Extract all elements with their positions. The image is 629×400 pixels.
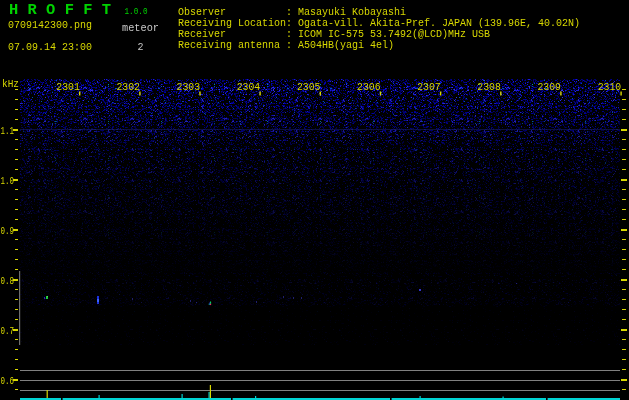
svg-text:2304: 2304 [237,81,261,93]
svg-text:0.9: 0.9 [1,225,15,237]
svg-text:Receiver : ICOM IC-57: Receiver : ICOM IC-575 53.7492(@LCD)MHz … [178,28,490,40]
svg-text:0.8: 0.8 [1,275,15,287]
svg-text:1.0.0: 1.0.0 [125,6,148,17]
svg-text:2305: 2305 [297,81,321,93]
svg-text:2302: 2302 [116,81,140,93]
svg-text:07.09.14 23:00: 07.09.14 23:00 [8,41,92,53]
svg-text:kHz: kHz [2,78,19,90]
svg-text:meteor: meteor [122,22,159,34]
svg-text:0.7: 0.7 [1,325,15,337]
svg-text:2309: 2309 [538,81,562,93]
svg-text:Observer : Masayuki K: Observer : Masayuki Kobayashi [178,6,406,18]
svg-text:1.0: 1.0 [1,175,15,187]
svg-text:2303: 2303 [177,81,201,93]
svg-text:Receiving antenna : A504HB(yag: Receiving antenna : A504HB(yagi 4el) [178,39,394,51]
svg-text:H R O F F T: H R O F F T [9,2,111,19]
svg-text:2301: 2301 [56,81,80,93]
svg-text:2306: 2306 [357,81,381,93]
svg-text:0.6: 0.6 [1,375,15,387]
svg-text:1.1: 1.1 [1,125,15,137]
svg-text:2310: 2310 [598,81,622,93]
svg-text:2307: 2307 [417,81,441,93]
svg-text:0709142300.png: 0709142300.png [8,19,92,31]
svg-text:2: 2 [138,41,144,53]
svg-text:Receiving Location: Ogata-vill: Receiving Location: Ogata-vill. Akita-Pr… [178,17,580,29]
svg-text:2308: 2308 [477,81,501,93]
